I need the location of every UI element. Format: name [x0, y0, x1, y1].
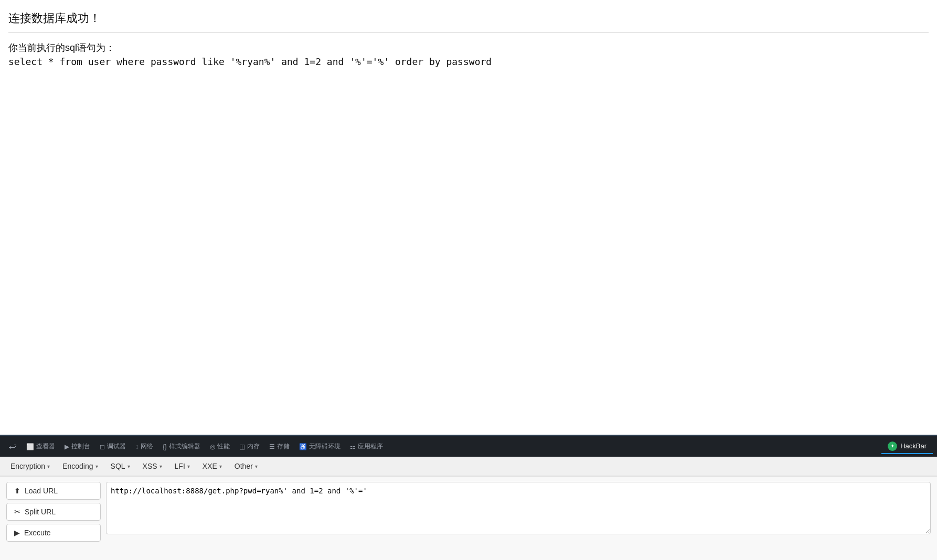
network-icon: ↕ [135, 443, 139, 450]
sql-arrow-icon: ▾ [127, 464, 130, 469]
devtools-first-icon[interactable]: ⮐ [4, 440, 21, 454]
devtools-console[interactable]: ▶ 控制台 [60, 440, 94, 453]
devtools-bar: ⮐ ⬜ 查看器 ▶ 控制台 ◻ 调试器 ↕ 网络 {} 样式编辑器 ◎ 性能 ◫… [0, 435, 937, 457]
encoding-arrow-icon: ▾ [95, 464, 98, 469]
accessibility-icon: ♿ [299, 443, 307, 450]
lfi-menu[interactable]: LFI ▾ [169, 460, 195, 472]
devtools-debugger[interactable]: ◻ 调试器 [95, 440, 130, 453]
hackbar-logo-icon: ✦ [888, 441, 897, 451]
devtools-performance[interactable]: ◎ 性能 [206, 440, 234, 453]
execute-icon: ▶ [14, 529, 20, 537]
hackbar-toolbar: Encryption ▾ Encoding ▾ SQL ▾ XSS ▾ LFI … [0, 457, 937, 476]
url-input[interactable] [106, 482, 931, 534]
storage-icon: ☰ [269, 443, 275, 450]
sql-label: 你当前执行的sql语句为： [8, 41, 929, 54]
devtools-network[interactable]: ↕ 网络 [131, 440, 157, 453]
devtools-inspector[interactable]: ⬜ 查看器 [22, 440, 59, 453]
encoding-menu[interactable]: Encoding ▾ [57, 460, 103, 472]
split-url-button[interactable]: ✂ Split URL [6, 503, 101, 521]
xss-menu[interactable]: XSS ▾ [137, 460, 167, 472]
console-icon: ▶ [65, 443, 69, 450]
hackbar-tab[interactable]: ✦ HackBar [881, 439, 933, 454]
encryption-menu[interactable]: Encryption ▾ [5, 460, 55, 472]
xss-arrow-icon: ▾ [159, 464, 162, 469]
devtools-application[interactable]: ⚏ 应用程序 [346, 440, 387, 453]
load-url-icon: ⬆ [14, 487, 20, 495]
devtools-storage[interactable]: ☰ 存储 [265, 440, 294, 453]
style-editor-icon: {} [163, 443, 167, 450]
xxe-menu[interactable]: XXE ▾ [197, 460, 227, 472]
memory-icon: ◫ [239, 443, 245, 450]
devtools-memory[interactable]: ◫ 内存 [235, 440, 264, 453]
encryption-arrow-icon: ▾ [47, 464, 50, 469]
hackbar-action-buttons: ⬆ Load URL ✂ Split URL ▶ Execute [6, 482, 101, 555]
application-icon: ⚏ [350, 443, 356, 450]
main-content: 连接数据库成功！ 你当前执行的sql语句为： select * from use… [0, 0, 937, 435]
other-arrow-icon: ▾ [255, 464, 258, 469]
sql-menu[interactable]: SQL ▾ [105, 460, 135, 472]
debugger-icon: ◻ [100, 443, 105, 450]
devtools-accessibility[interactable]: ♿ 无障碍环境 [295, 440, 345, 453]
load-url-button[interactable]: ⬆ Load URL [6, 482, 101, 500]
xxe-arrow-icon: ▾ [219, 464, 222, 469]
inspector-icon: ⬜ [26, 443, 34, 450]
split-url-icon: ✂ [14, 508, 20, 516]
hackbar-url-area [106, 482, 931, 555]
lfi-arrow-icon: ▾ [187, 464, 190, 469]
performance-icon: ◎ [210, 443, 215, 450]
db-success-message: 连接数据库成功！ [8, 10, 929, 33]
other-menu[interactable]: Other ▾ [229, 460, 263, 472]
sql-query: select * from user where password like '… [8, 56, 929, 67]
devtools-style-editor[interactable]: {} 样式编辑器 [158, 440, 205, 453]
hackbar-panel: ⬆ Load URL ✂ Split URL ▶ Execute [0, 476, 937, 560]
execute-button[interactable]: ▶ Execute [6, 524, 101, 542]
